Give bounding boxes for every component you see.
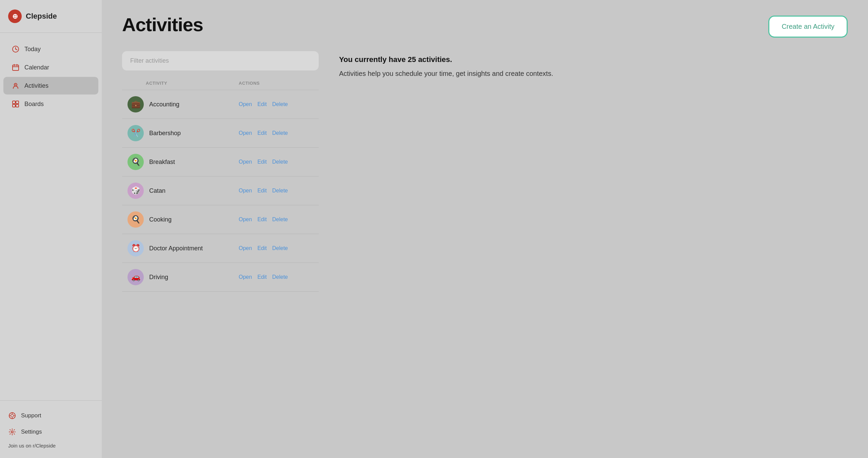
activity-actions-catan: Open Edit Delete	[239, 188, 313, 194]
svg-rect-13	[13, 104, 15, 107]
create-activity-button[interactable]: Create an Activity	[768, 16, 848, 38]
main-content: Activities Create an Activity ACTIVITY A…	[102, 0, 868, 458]
open-accounting[interactable]: Open	[239, 101, 252, 107]
activity-name-cooking: Cooking	[149, 216, 233, 223]
svg-point-16	[11, 414, 14, 417]
delete-doctor-appointment[interactable]: Delete	[272, 245, 288, 251]
svg-text:⊕: ⊕	[12, 13, 18, 20]
activity-name-doctor-appointment: Doctor Appointment	[149, 245, 233, 252]
sidebar-item-activities[interactable]: Activities	[3, 77, 98, 95]
activities-panel: ACTIVITY ACTIONS 💼 Accounting Open Edit …	[122, 51, 319, 292]
activity-icon-barbershop: ✂️	[127, 125, 144, 141]
svg-point-21	[11, 431, 13, 433]
activity-icon-accounting: 💼	[127, 96, 144, 112]
sidebar-item-boards[interactable]: Boards	[3, 95, 98, 113]
logo-area: ⊕ Clepside	[0, 0, 102, 33]
gear-icon	[8, 428, 16, 436]
sidebar-item-label-support: Support	[21, 412, 41, 419]
activity-actions-cooking: Open Edit Delete	[239, 216, 313, 223]
activity-name-driving: Driving	[149, 274, 233, 281]
delete-driving[interactable]: Delete	[272, 274, 288, 280]
activities-table: ACTIVITY ACTIONS 💼 Accounting Open Edit …	[122, 81, 319, 292]
svg-line-4	[16, 49, 17, 50]
open-barbershop[interactable]: Open	[239, 130, 252, 136]
activity-icon-cooking: 🍳	[127, 211, 144, 228]
open-breakfast[interactable]: Open	[239, 159, 252, 165]
edit-doctor-appointment[interactable]: Edit	[257, 245, 267, 251]
delete-accounting[interactable]: Delete	[272, 101, 288, 107]
sidebar: ⊕ Clepside Today	[0, 0, 102, 458]
content-layout: ACTIVITY ACTIONS 💼 Accounting Open Edit …	[122, 51, 848, 292]
svg-rect-12	[16, 101, 19, 104]
app-name: Clepside	[26, 12, 57, 21]
page-title: Activities	[122, 14, 203, 36]
activity-icon-catan: 🎲	[127, 183, 144, 199]
activity-icon-driving: 🚗	[127, 269, 144, 285]
sidebar-item-label-today: Today	[24, 46, 41, 53]
table-row: ✂️ Barbershop Open Edit Delete	[122, 119, 319, 147]
delete-cooking[interactable]: Delete	[272, 216, 288, 223]
activity-name-barbershop: Barbershop	[149, 130, 233, 137]
reddit-link[interactable]: Join us on r/Clepside	[8, 440, 94, 451]
activity-icon-doctor-appointment: ⏰	[127, 240, 144, 256]
activity-desc-text: Activities help you schedule your time, …	[339, 68, 848, 79]
open-catan[interactable]: Open	[239, 188, 252, 194]
sidebar-item-settings[interactable]: Settings	[8, 424, 94, 440]
activity-actions-accounting: Open Edit Delete	[239, 101, 313, 107]
table-row: 🎲 Catan Open Edit Delete	[122, 176, 319, 205]
svg-rect-11	[13, 101, 15, 104]
svg-rect-14	[16, 104, 19, 107]
filter-activities-input[interactable]	[122, 51, 319, 70]
open-doctor-appointment[interactable]: Open	[239, 245, 252, 251]
sidebar-item-support[interactable]: Support	[8, 408, 94, 424]
boards-icon	[12, 100, 20, 108]
activity-name-catan: Catan	[149, 187, 233, 194]
sidebar-item-label-calendar: Calendar	[24, 64, 49, 71]
col-header-actions: ACTIONS	[239, 81, 313, 86]
sidebar-item-label-boards: Boards	[24, 101, 44, 108]
open-driving[interactable]: Open	[239, 274, 252, 280]
edit-breakfast[interactable]: Edit	[257, 159, 267, 165]
sidebar-footer: Support Settings Join us on r/Clepside	[0, 400, 102, 458]
table-row: 💼 Accounting Open Edit Delete	[122, 90, 319, 119]
sidebar-item-calendar[interactable]: Calendar	[3, 59, 98, 76]
support-icon	[8, 412, 16, 420]
main-nav: Today Calendar Ac	[0, 33, 102, 400]
edit-accounting[interactable]: Edit	[257, 101, 267, 107]
table-row: 🍳 Cooking Open Edit Delete	[122, 205, 319, 234]
activities-icon	[12, 82, 20, 90]
delete-catan[interactable]: Delete	[272, 188, 288, 194]
sidebar-item-label-activities: Activities	[24, 82, 48, 89]
table-row: 🚗 Driving Open Edit Delete	[122, 263, 319, 292]
activity-count-text: You currently have 25 activities.	[339, 55, 848, 65]
svg-point-10	[15, 84, 16, 85]
activity-name-breakfast: Breakfast	[149, 159, 233, 166]
edit-catan[interactable]: Edit	[257, 188, 267, 194]
delete-barbershop[interactable]: Delete	[272, 130, 288, 136]
activity-name-accounting: Accounting	[149, 101, 233, 108]
table-row: ⏰ Doctor Appointment Open Edit Delete	[122, 234, 319, 263]
clock-icon	[12, 45, 20, 53]
svg-rect-5	[13, 65, 19, 70]
activity-rows-container: 💼 Accounting Open Edit Delete ✂️ Barbers…	[122, 90, 319, 292]
activity-actions-barbershop: Open Edit Delete	[239, 130, 313, 136]
info-panel: You currently have 25 activities. Activi…	[339, 51, 848, 79]
sidebar-item-today[interactable]: Today	[3, 40, 98, 58]
edit-barbershop[interactable]: Edit	[257, 130, 267, 136]
activity-actions-doctor-appointment: Open Edit Delete	[239, 245, 313, 251]
delete-breakfast[interactable]: Delete	[272, 159, 288, 165]
table-row: 🍳 Breakfast Open Edit Delete	[122, 147, 319, 176]
open-cooking[interactable]: Open	[239, 216, 252, 223]
activity-actions-driving: Open Edit Delete	[239, 274, 313, 280]
sidebar-item-label-settings: Settings	[21, 429, 42, 435]
app-logo-icon: ⊕	[8, 9, 22, 23]
page-header: Activities Create an Activity	[122, 14, 848, 38]
calendar-icon	[12, 63, 20, 71]
edit-driving[interactable]: Edit	[257, 274, 267, 280]
edit-cooking[interactable]: Edit	[257, 216, 267, 223]
activity-icon-breakfast: 🍳	[127, 154, 144, 170]
activity-actions-breakfast: Open Edit Delete	[239, 159, 313, 165]
table-header: ACTIVITY ACTIONS	[122, 81, 319, 90]
col-header-activity: ACTIVITY	[146, 81, 232, 86]
